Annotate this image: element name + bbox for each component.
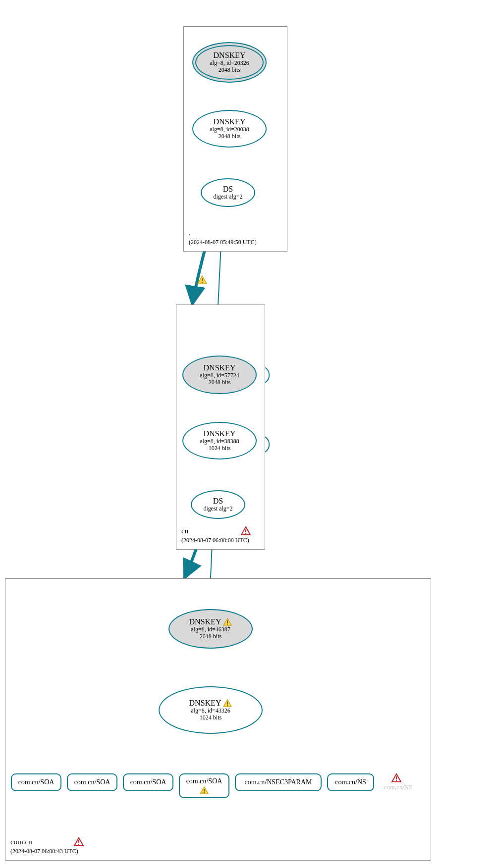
rrset-ns[interactable]: com.cn/NS xyxy=(327,773,374,791)
rrset-label: com.cn/SOA xyxy=(130,778,167,786)
error-icon[interactable] xyxy=(391,773,401,782)
node-root-zsk[interactable]: DNSKEY alg=8, id=20038 2048 bits xyxy=(192,110,267,148)
zone-cn-label: cn xyxy=(181,527,188,535)
svg-rect-7 xyxy=(227,624,228,625)
node-line2: 1024 bits xyxy=(209,445,230,452)
svg-rect-2 xyxy=(245,529,246,532)
warning-icon xyxy=(223,618,232,626)
rrset-label: com.cn/NSEC3PARAM xyxy=(244,778,312,786)
svg-rect-0 xyxy=(202,278,203,281)
node-line1: alg=8, id=20038 xyxy=(210,126,249,133)
svg-rect-13 xyxy=(396,780,397,781)
node-line2: 2048 bits xyxy=(219,133,240,140)
node-line2: 1024 bits xyxy=(200,715,222,721)
rrset-soa-2[interactable]: com.cn/SOA xyxy=(67,773,117,791)
node-line2: 2048 bits xyxy=(200,633,222,640)
node-comcn-ksk[interactable]: DNSKEY alg=8, id=46387 2048 bits xyxy=(168,609,253,649)
node-root-ds[interactable]: DS digest alg=2 xyxy=(201,178,255,207)
node-root-ksk[interactable]: DNSKEY alg=8, id=20326 2048 bits xyxy=(192,42,267,83)
node-line1: alg=8, id=38388 xyxy=(200,438,239,445)
rrset-soa-1[interactable]: com.cn/SOA xyxy=(11,773,61,791)
node-line2: 2048 bits xyxy=(209,379,230,386)
error-icon[interactable] xyxy=(74,837,84,846)
node-line1: alg=8, id=43326 xyxy=(191,708,230,715)
node-line1: alg=8, id=20326 xyxy=(210,60,249,67)
node-title: DNSKEY xyxy=(214,117,246,126)
rrset-nsec3param[interactable]: com.cn/NSEC3PARAM xyxy=(235,773,322,791)
node-cn-zsk[interactable]: DNSKEY alg=8, id=38388 1024 bits xyxy=(182,422,257,460)
node-line1: digest alg=2 xyxy=(213,194,242,201)
svg-rect-3 xyxy=(245,533,246,534)
node-title: DS xyxy=(223,185,233,194)
rrset-soa-3[interactable]: com.cn/SOA xyxy=(123,773,173,791)
svg-rect-12 xyxy=(396,776,397,779)
svg-rect-1 xyxy=(202,282,203,283)
node-title: DNSKEY xyxy=(189,617,222,626)
zone-comcn-label: com.cn xyxy=(10,838,32,846)
diagram-canvas: . (2024-08-07 05:49:50 UTC) DNSKEY alg=8… xyxy=(0,0,500,868)
svg-rect-4 xyxy=(78,840,79,843)
node-line1: alg=8, id=46387 xyxy=(191,626,230,633)
node-cn-ksk[interactable]: DNSKEY alg=8, id=57724 2048 bits xyxy=(182,356,257,394)
warning-icon xyxy=(200,786,209,794)
svg-rect-8 xyxy=(227,702,228,705)
rrset-label: com.cn/SOA xyxy=(74,778,111,786)
node-cn-ds[interactable]: DS digest alg=2 xyxy=(191,490,245,519)
zone-root-timestamp: (2024-08-07 05:49:50 UTC) xyxy=(189,239,257,246)
node-line1: alg=8, id=57724 xyxy=(200,372,239,379)
svg-rect-11 xyxy=(204,792,205,793)
node-title: DS xyxy=(213,497,223,506)
error-icon[interactable] xyxy=(241,526,251,535)
svg-rect-6 xyxy=(227,620,228,623)
rrset-label: com.cn/SOA xyxy=(186,777,222,785)
warning-icon[interactable] xyxy=(197,275,207,284)
svg-rect-10 xyxy=(204,789,205,792)
rrset-label: com.cn/NS xyxy=(335,778,366,786)
node-title: DNSKEY xyxy=(214,51,246,60)
node-title: DNSKEY xyxy=(204,363,236,372)
ghost-ns-label: com.cn/NS xyxy=(384,783,412,791)
rrset-label: com.cn/SOA xyxy=(18,778,55,786)
node-comcn-zsk[interactable]: DNSKEY alg=8, id=43326 1024 bits xyxy=(159,686,263,734)
warning-icon xyxy=(223,699,232,707)
node-title: DNSKEY xyxy=(204,429,236,438)
zone-cn-timestamp: (2024-08-07 06:08:00 UTC) xyxy=(181,537,249,544)
rrset-soa-4-warn[interactable]: com.cn/SOA xyxy=(179,773,229,798)
zone-comcn-timestamp: (2024-08-07 06:08:43 UTC) xyxy=(10,848,78,855)
svg-rect-5 xyxy=(78,844,79,845)
node-title: DNSKEY xyxy=(189,699,222,708)
zone-root-label: . xyxy=(189,229,191,237)
svg-rect-9 xyxy=(227,705,228,706)
node-line2: 2048 bits xyxy=(219,67,240,74)
node-line1: digest alg=2 xyxy=(203,506,232,512)
